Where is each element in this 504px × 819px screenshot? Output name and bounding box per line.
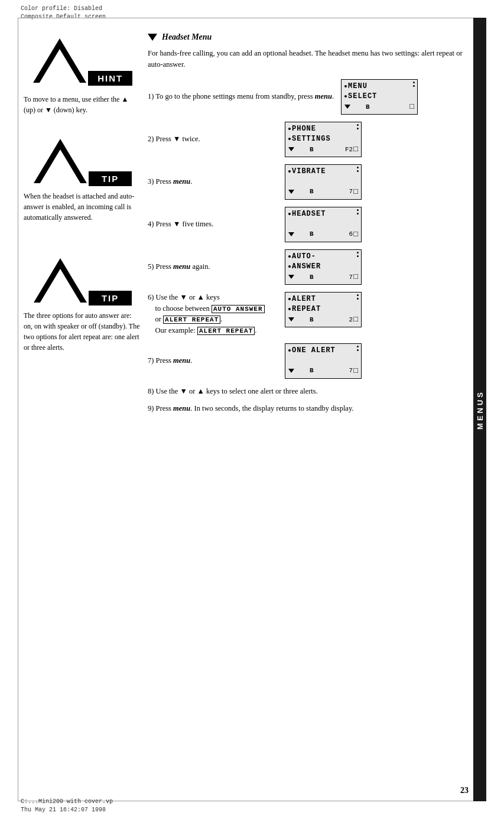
step6: 6) Use the ▼ or ▲ keys to choose between…	[148, 292, 472, 336]
tip1-triangle	[34, 139, 87, 183]
step4-display: HEADSET B 6□	[285, 207, 362, 242]
hint-label: HINT	[88, 71, 132, 86]
section-title-text: Headset Menu	[162, 32, 212, 42]
step2: 2) Press ▼ twice. PHONE SETTINGS B	[148, 122, 472, 157]
tip2-triangle	[34, 258, 87, 303]
hint-text: To move to a menu, use either the ▲ (up)…	[24, 94, 142, 115]
step3-text: 3) Press menu.	[148, 176, 278, 187]
hint-box: HINT	[24, 38, 142, 86]
left-column: HINT To move to a menu, use either the ▲…	[24, 32, 142, 353]
triangle-down-icon	[148, 34, 157, 41]
step5-text: 5) Press menu again.	[148, 261, 278, 272]
step1: 1) To go to the phone settings menu from…	[148, 79, 472, 115]
content-area: HINT To move to a menu, use either the ▲…	[24, 32, 472, 784]
step8-text: 8) Use the ▼ or ▲ keys to select one ale…	[148, 386, 472, 397]
step1-display: MENU SELECT B □	[341, 79, 418, 115]
right-column: Headset Menu For hands-free calling, you…	[148, 32, 472, 421]
step2-text: 2) Press ▼ twice.	[148, 134, 278, 145]
step3: 3) Press menu. VIBRATE B 7	[148, 164, 472, 200]
step7: 7) Press menu. ONE ALERT B	[148, 343, 472, 379]
tip1-label: TIP	[89, 171, 132, 186]
tip2-text: The three options for auto answer are: o…	[24, 310, 142, 353]
step6-display: ALERT REPEAT B 2□	[285, 292, 362, 327]
step1-text: 1) To go to the phone settings menu from…	[148, 91, 334, 102]
step4-text: 4) Press ▼ five times.	[148, 219, 278, 230]
page-number: 23	[460, 786, 469, 795]
section-title: Headset Menu	[148, 32, 472, 42]
tip2-label: TIP	[89, 291, 132, 306]
step7-display: ONE ALERT B 7□	[285, 343, 362, 379]
tip1-text: When the headset is attached and auto-an…	[24, 191, 142, 223]
menus-sidebar: MENUS	[473, 18, 486, 801]
hint-triangle	[33, 38, 86, 83]
step7-text: 7) Press menu.	[148, 355, 278, 366]
step5-display: AUTO- ANSWER B 7□	[285, 249, 362, 285]
step9-text: 9) Press menu. In two seconds, the displ…	[148, 403, 472, 414]
step5: 5) Press menu again. AUTO- ANSWER B	[148, 249, 472, 285]
tip2-box: TIP	[24, 258, 142, 306]
tip1-box: TIP	[24, 139, 142, 186]
step3-display: VIBRATE B 7□	[285, 164, 362, 200]
step4: 4) Press ▼ five times. HEADSET B	[148, 207, 472, 242]
step2-display: PHONE SETTINGS B F2□	[285, 122, 362, 157]
intro-text: For hands-free calling, you can add an o…	[148, 48, 472, 71]
step6-text: 6) Use the ▼ or ▲ keys to choose between…	[148, 292, 278, 336]
bottom-meta: C:...Mini200 with cover.vp Thu May 21 16…	[21, 798, 113, 814]
menus-label: MENUS	[476, 390, 485, 430]
